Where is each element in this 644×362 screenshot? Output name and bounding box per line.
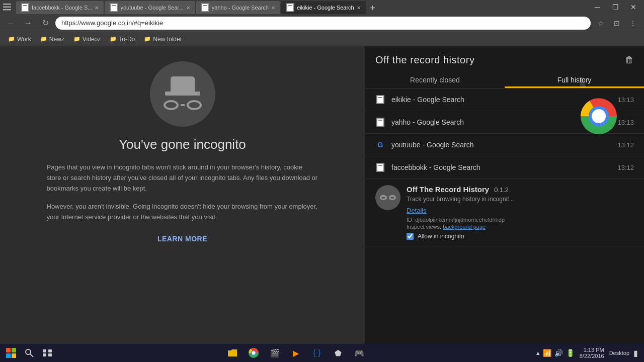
panel-clear-button[interactable]: 🗑 [625,55,634,65]
svg-line-11 [30,354,33,357]
bookmark-videoz-label: Videoz [83,36,101,43]
incognito-title: You've gone incognito [119,137,246,152]
main-content: You've gone incognito Pages that you vie… [0,46,644,344]
history-item-2[interactable]: yahho - Google Search 13:13 [365,111,644,134]
tab-4-title: eikikie - Google Search [297,5,354,11]
bookmark-work-label: Work [17,36,31,43]
bookmark-work[interactable]: 📁 Work [4,34,35,44]
windows-icon [6,348,16,358]
tab-3-close[interactable]: ✕ [271,5,275,11]
svg-rect-1 [3,7,11,8]
search-taskbar-button[interactable] [20,344,38,362]
cast-button[interactable]: ⊡ [610,16,624,30]
extension-card: Off The Record History 0.1.2 Track your … [365,179,644,246]
svg-rect-8 [6,353,11,358]
vlc-button[interactable]: ▶ [286,344,306,362]
tab-full-history[interactable]: Full history [505,72,644,88]
svg-rect-15 [48,353,52,356]
address-bar: ← → ↻ ☆ ⊡ ⋮ [0,14,644,32]
svg-rect-12 [43,349,46,352]
tab-2[interactable]: youtuube - Google Sear... ✕ [105,1,195,14]
tab-4-close[interactable]: ✕ [357,5,361,11]
tab-2-close[interactable]: ✕ [186,5,190,11]
svg-point-17 [252,351,255,355]
start-button[interactable] [2,344,20,362]
history-item-4-time: 13:12 [617,164,634,171]
battery-icon[interactable]: 🔋 [566,349,575,357]
svg-rect-7 [12,348,16,352]
svg-point-5 [592,109,606,123]
ext-allow-row: Allow in incognito [407,233,634,240]
ext-allow-checkbox[interactable] [407,233,414,240]
taskbar-system-icons: 📶 🔊 🔋 [543,349,575,357]
bookmark-star-button[interactable]: ☆ [594,16,608,30]
minimize-button[interactable]: ─ [589,0,606,14]
folder-icon: 📁 [110,36,117,42]
learn-more-button[interactable]: LEARN MORE [157,235,207,243]
file-explorer-button[interactable] [222,344,243,362]
app-button-2[interactable]: 🎮 [349,344,369,362]
tab-1[interactable]: faccebbokk - Google S... ✕ [16,1,104,14]
history-item-1-favicon [375,95,385,105]
settings-button[interactable]: ⋮ [626,16,640,30]
restore-button[interactable]: ❐ [607,0,624,14]
bookmark-newz-label: Newz [49,36,64,43]
incognito-paragraph1: Pages that you view in incognito tabs wo… [47,162,318,194]
bookmark-newz[interactable]: 📁 Newz [36,34,68,44]
taskbar-arrow-icon[interactable]: ▲ [535,350,541,356]
ext-lens-right [389,195,396,200]
taskbar: 🎬 ▶ { } ⬟ 🎮 ▲ 📶 🔊 🔋 1:13 PM 8/22/2016 De… [0,344,644,362]
media-player-button[interactable]: 🎬 [265,344,285,362]
history-panel: Off the record history 🗑 Recently closed… [365,46,644,344]
bookmark-newfolder[interactable]: 📁 New folder [140,34,186,44]
folder-icon: 📁 [144,36,151,42]
reload-button[interactable]: ↻ [38,16,52,30]
desktop-label[interactable]: Desktop [609,350,629,356]
chrome-logo [579,96,619,136]
taskbar-time: 1:13 PM [584,347,604,353]
svg-rect-14 [43,353,46,356]
tab-recently-closed[interactable]: Recently closed [365,72,505,88]
taskview-button[interactable] [38,344,56,362]
show-desktop-icon[interactable]: ▮ [633,348,638,358]
ext-lens-left [380,195,387,200]
forward-button[interactable]: → [21,16,35,30]
new-tab-button[interactable]: + [367,2,379,14]
bookmark-newfolder-label: New folder [153,36,182,43]
app-button-1[interactable]: ⬟ [328,344,348,362]
tab-4[interactable]: eikikie - Google Search ✕ [281,1,366,14]
network-icon[interactable]: 📶 [543,349,551,357]
search-icon [25,348,34,357]
bookmark-videoz[interactable]: 📁 Videoz [69,34,105,44]
close-button[interactable]: ✕ [625,0,642,14]
ext-details-link[interactable]: Details [407,207,427,214]
svg-rect-6 [6,348,11,352]
tab-3-title: yahho - Google Search [212,5,269,11]
incognito-icon [150,61,215,127]
chrome-taskbar-button[interactable] [244,344,264,362]
taskbar-date: 8/22/2016 [580,353,604,359]
bookmark-todo[interactable]: 📁 To-Do [106,34,139,44]
ext-inspect: Inspect views: background page [407,224,634,230]
panel-content: eikikie - Google Search 13:13 yahho - Go… [365,88,644,344]
code-editor-button[interactable]: { } [307,344,327,362]
history-item-2-time: 13:13 [617,119,634,126]
panel-header: Off the record history 🗑 [365,46,644,66]
url-icons: ☆ ⊡ ⋮ [594,16,640,30]
ext-inspect-link[interactable]: background page [443,224,486,230]
svg-point-10 [26,349,31,354]
tab-2-favicon [110,3,118,12]
history-item-2-favicon [375,117,385,127]
tab-3[interactable]: yahho - Google Search ✕ [196,1,280,14]
url-input[interactable] [55,17,591,30]
extension-logo [375,185,400,210]
chrome-menu-icon[interactable] [3,4,11,11]
folder-icon [227,348,237,357]
history-item-3-title: youtuube - Google Search [391,141,612,149]
back-button[interactable]: ← [4,16,18,30]
volume-icon[interactable]: 🔊 [554,349,563,357]
chrome-icon [249,348,259,358]
folder-icon: 📁 [8,36,15,42]
tab-1-close[interactable]: ✕ [95,5,99,11]
history-item-4[interactable]: faccebbokk - Google Search 13:12 [365,156,644,179]
